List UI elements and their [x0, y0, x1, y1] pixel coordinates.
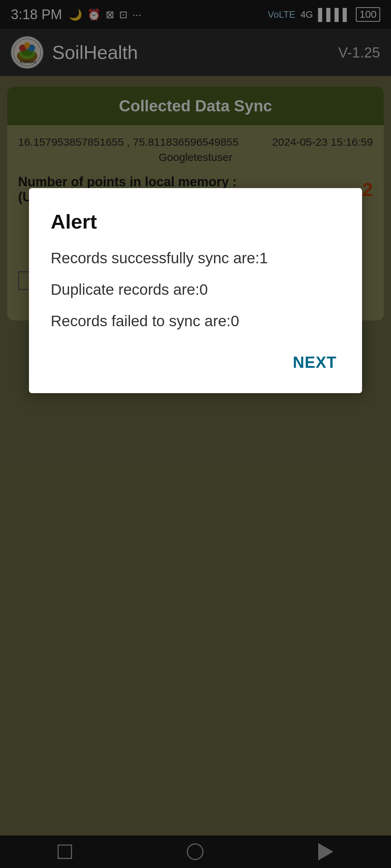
modal-overlay: Alert Records successfully sync are:1 Du…	[0, 0, 391, 868]
alert-message-3: Records failed to sync are:0	[51, 311, 340, 332]
alert-message-2: Duplicate records are:0	[51, 279, 340, 301]
alert-dialog: Alert Records successfully sync are:1 Du…	[29, 188, 362, 393]
alert-footer: NEXT	[51, 350, 340, 375]
alert-title: Alert	[51, 210, 340, 233]
next-button[interactable]: NEXT	[289, 350, 340, 375]
alert-message-1: Records successfully sync are:1	[51, 248, 340, 269]
